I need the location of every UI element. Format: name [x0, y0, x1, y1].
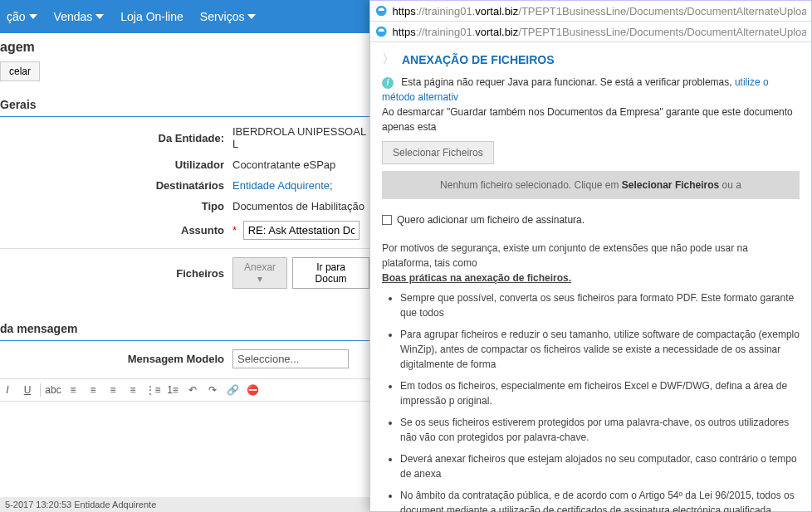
nav-item-label: Vendas: [54, 10, 93, 23]
info-text: i Esta página não requer Java para funci…: [382, 75, 800, 134]
list-item: Em todos os ficheiros, especialmente em …: [400, 378, 800, 408]
tipo-value: Documentos de Habilitação: [232, 200, 369, 212]
align-right-button[interactable]: ≡: [105, 383, 120, 397]
unlink-button[interactable]: ⛔: [245, 383, 260, 397]
chevron-down-icon: ▾: [257, 273, 262, 285]
upload-popup: https://training01.vortal.biz/TPEPT1Busi…: [369, 0, 812, 512]
entidade-value: IBERDROLA UNIPESSOAL L: [232, 125, 369, 150]
utilizador-label: Utilizador: [0, 158, 232, 171]
nav-item-1[interactable]: ção: [7, 10, 37, 23]
redo-button[interactable]: ↷: [205, 383, 220, 397]
utilizador-value: Cocontratante eSPap: [232, 158, 369, 171]
list-ol-button[interactable]: 1≡: [165, 383, 180, 397]
popup-title: ANEXAÇÃO DE FICHEIROS: [402, 53, 555, 66]
file-dropzone[interactable]: Nenhum ficheiro selecionado. Clique em S…: [382, 171, 800, 199]
list-item: No âmbito da contratação pública, e de a…: [400, 488, 800, 512]
required-icon: *: [232, 224, 237, 236]
tipo-label: Tipo: [0, 200, 232, 212]
align-center-button[interactable]: ≡: [86, 383, 100, 397]
cancel-button[interactable]: celar: [0, 61, 40, 81]
nav-item-label: Loja On-line: [120, 10, 183, 23]
page-title: agem: [0, 33, 369, 58]
status-bar: 5-2017 13:20:53 Entidade Adquirente: [0, 497, 369, 512]
best-practices-list: Sempre que possível, converta os seus fi…: [382, 290, 800, 512]
section-general: Gerais: [0, 90, 369, 117]
align-left-button[interactable]: ≡: [66, 383, 81, 397]
ie-icon: [375, 25, 388, 38]
browser-tab-bar: https://training01.vortal.biz/TPEPT1Busi…: [370, 22, 811, 42]
list-item: Sempre que possível, converta os seus fi…: [400, 290, 800, 320]
chevron-down-icon: [247, 14, 256, 19]
undo-button[interactable]: ↶: [185, 383, 200, 397]
modelo-select[interactable]: Seleccione...: [232, 349, 349, 368]
underline-button[interactable]: U: [20, 383, 35, 397]
security-note: Por motivos de segurança, existe um conj…: [382, 241, 800, 512]
italic-button[interactable]: I: [0, 383, 15, 397]
select-files-button[interactable]: Selecionar Ficheiros: [382, 141, 494, 164]
browser-address-bar: https://training01.vortal.biz/TPEPT1Busi…: [370, 1, 811, 22]
url-text[interactable]: https://training01.vortal.biz/TPEPT1Busi…: [393, 5, 807, 17]
rich-text-toolbar: I U abc ≡ ≡ ≡ ≡ ⋮≡ 1≡ ↶ ↷ 🔗 ⛔: [0, 378, 369, 402]
nav-item-vendas[interactable]: Vendas: [54, 10, 105, 23]
main-form: agem celar Gerais Da Entidade: IBERDROLA…: [0, 33, 369, 402]
ie-icon: [375, 4, 388, 17]
tab-title[interactable]: https://training01.vortal.biz/TPEPT1Busi…: [393, 26, 807, 38]
assunto-input[interactable]: [243, 221, 360, 240]
nav-item-servicos[interactable]: Serviços: [200, 10, 257, 23]
nav-item-loja[interactable]: Loja On-line: [120, 10, 183, 23]
assunto-label: Assunto: [0, 224, 232, 236]
chevron-right-icon: 〉: [382, 51, 395, 68]
ficheiros-label: Ficheiros: [0, 267, 232, 280]
best-practices-link[interactable]: Boas práticas na anexação de ficheiros.: [382, 272, 571, 284]
entidade-label: Da Entidade:: [0, 132, 232, 144]
section-conteudo: da mensagem: [0, 314, 369, 341]
ir-para-documentos-button[interactable]: Ir para Docum: [292, 257, 369, 289]
destinatarios-label: Destinatários: [0, 179, 232, 192]
chevron-down-icon: [95, 14, 104, 19]
signature-file-label: Quero adicionar um ficheiro de assinatur…: [397, 214, 585, 226]
nav-item-label: Serviços: [200, 10, 245, 23]
signature-file-checkbox[interactable]: [382, 215, 392, 225]
strike-button[interactable]: abc: [46, 383, 61, 397]
chevron-down-icon: [29, 14, 37, 19]
list-ul-button[interactable]: ⋮≡: [145, 383, 160, 397]
destinatarios-link[interactable]: Entidade Adquirente: [232, 179, 330, 192]
nav-item-label: ção: [7, 10, 26, 23]
anexar-button[interactable]: Anexar ▾: [232, 257, 287, 289]
info-icon: i: [382, 77, 394, 89]
list-item: Se os seus ficheiros estiverem protegido…: [400, 415, 800, 445]
list-item: Deverá anexar ficheiros que estejam aloj…: [400, 451, 800, 481]
align-justify-button[interactable]: ≡: [125, 383, 140, 397]
list-item: Para agrupar ficheiros e reduzir o seu t…: [400, 327, 800, 372]
link-button[interactable]: 🔗: [225, 383, 240, 397]
modelo-label: Mensagem Modelo: [0, 353, 232, 365]
